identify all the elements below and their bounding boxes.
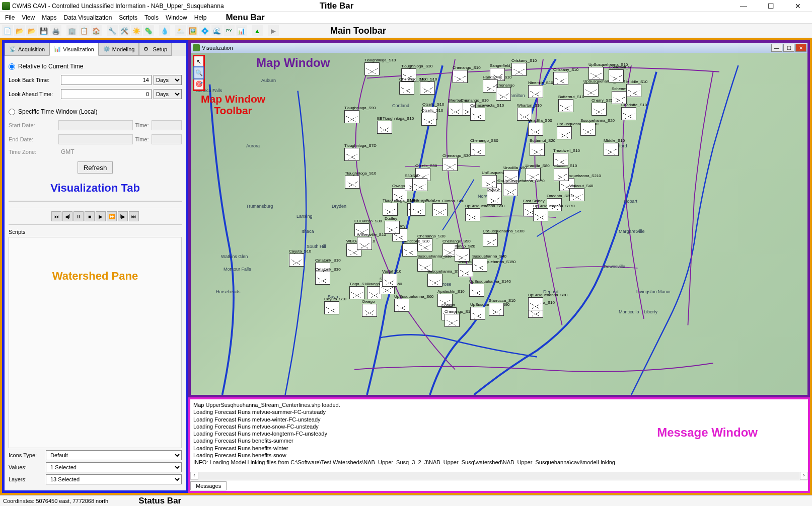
menu-scripts[interactable]: Scripts	[116, 13, 140, 22]
tb-print[interactable]: 🖨️	[50, 25, 61, 36]
minimize-button[interactable]: —	[734, 1, 753, 11]
title-bar-annotation: Title Bar	[320, 1, 354, 11]
tb-19[interactable]: 💠	[199, 25, 210, 36]
tb-20[interactable]: 🌊	[211, 25, 223, 36]
tb-open[interactable]: 📂	[14, 25, 25, 36]
maximize-button[interactable]: ☐	[762, 1, 780, 11]
tb-new[interactable]: 📄	[2, 25, 13, 36]
menu-data-visualization[interactable]: Data Visualization	[60, 13, 115, 22]
main-toolbar-annotation: Main Toolbar	[330, 26, 386, 36]
tb-10[interactable]: 🔧	[107, 25, 118, 36]
tb-26[interactable]: ▶	[268, 25, 279, 36]
tb-12[interactable]: ☀️	[131, 25, 142, 36]
close-button[interactable]: ✕	[789, 1, 807, 11]
menu-tools[interactable]: Tools	[141, 13, 162, 22]
app-icon	[2, 2, 10, 10]
main-toolbar: 📄 📂 📂 💾 🖨️ 🏢 📋 🏠 🔧 🛠️ ☀️ 🦠 💧 🌥️ 🖼️ 💠 🌊 P…	[0, 23, 812, 38]
tb-13[interactable]: 🦠	[143, 25, 154, 36]
tb-21[interactable]: PY	[224, 25, 235, 36]
tb-open2[interactable]: 📂	[26, 25, 37, 36]
tb-17[interactable]: 🌥️	[175, 25, 186, 36]
tb-11[interactable]: 🛠️	[119, 25, 130, 36]
menu-bar-annotation: Menu Bar	[226, 13, 264, 23]
tb-22[interactable]: 📊	[236, 25, 247, 36]
tb-save[interactable]: 💾	[38, 25, 49, 36]
tb-8[interactable]: 🏠	[91, 25, 102, 36]
tb-15[interactable]: 💧	[159, 25, 170, 36]
menu-maps[interactable]: Maps	[39, 13, 59, 22]
tb-18[interactable]: 🖼️	[187, 25, 198, 36]
window-title: CWMS CAVI - Controlled Unclassified Info…	[12, 3, 224, 10]
tb-24[interactable]: ▲	[252, 25, 263, 36]
menu-help[interactable]: Help	[191, 13, 210, 22]
menu-bar: File View Maps Data Visualization Script…	[0, 12, 812, 23]
menu-view[interactable]: View	[19, 13, 38, 22]
menu-window[interactable]: Window	[163, 13, 190, 22]
menu-file[interactable]: File	[2, 13, 18, 22]
title-bar: CWMS CAVI - Controlled Unclassified Info…	[0, 0, 812, 12]
tb-7[interactable]: 📋	[79, 25, 90, 36]
tb-6[interactable]: 🏢	[66, 25, 78, 36]
